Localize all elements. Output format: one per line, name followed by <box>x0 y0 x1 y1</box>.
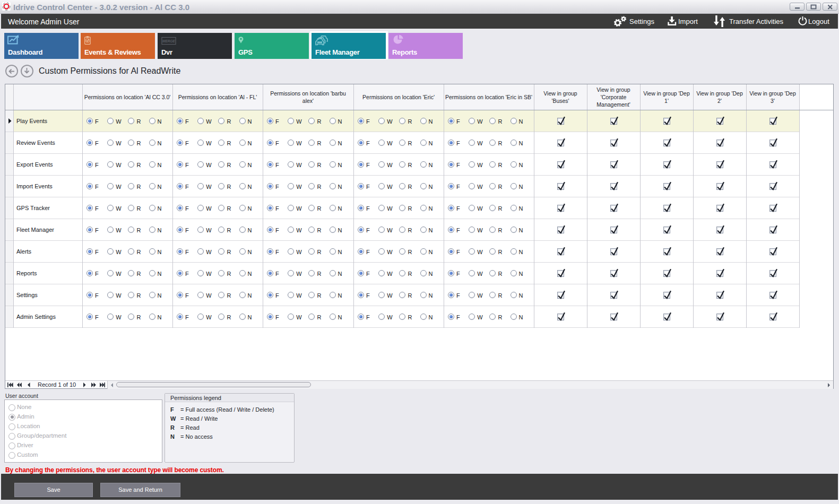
svg-text:MERGE: MERGE <box>162 39 176 43</box>
